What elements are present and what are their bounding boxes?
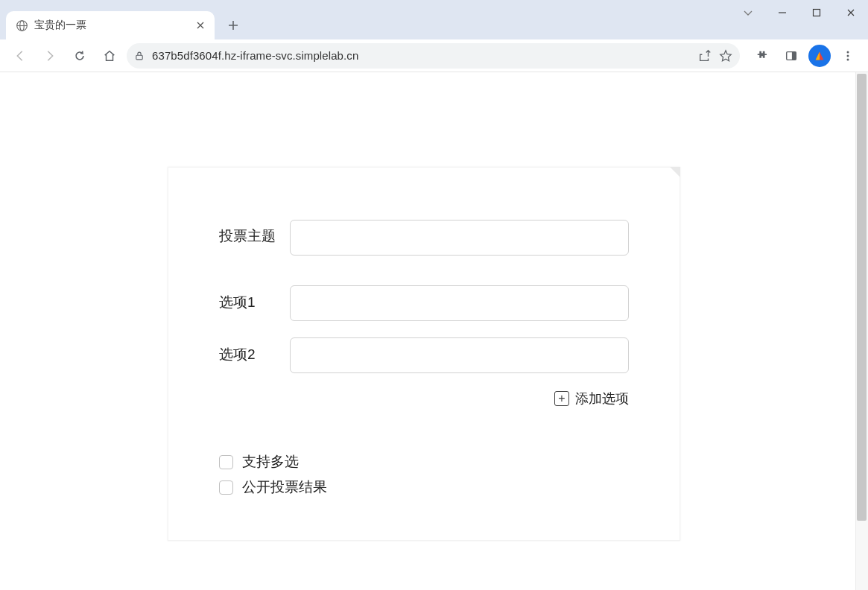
- globe-icon: [15, 19, 28, 32]
- url-text: 637b5df3604f.hz-iframe-svc.simplelab.cn: [152, 49, 691, 62]
- form-row-topic: 投票主题: [219, 220, 629, 256]
- minimize-button[interactable]: [765, 0, 799, 25]
- option1-label: 选项1: [219, 285, 290, 314]
- option2-label: 选项2: [219, 337, 290, 366]
- share-icon[interactable]: [698, 49, 712, 63]
- browser-tab[interactable]: 宝贵的一票: [6, 11, 215, 39]
- extensions-button[interactable]: [749, 43, 774, 69]
- menu-button[interactable]: [835, 43, 861, 69]
- form-row-option2: 选项2: [219, 337, 629, 373]
- reload-button[interactable]: [67, 43, 92, 69]
- star-icon[interactable]: [719, 49, 732, 63]
- option1-input[interactable]: [290, 285, 629, 321]
- public-result-checkbox[interactable]: [219, 480, 233, 495]
- address-bar[interactable]: 637b5df3604f.hz-iframe-svc.simplelab.cn: [127, 43, 740, 69]
- new-tab-button[interactable]: [222, 14, 244, 37]
- home-button[interactable]: [97, 43, 122, 69]
- form-row-option1: 选项1: [219, 285, 629, 321]
- back-button[interactable]: [7, 43, 33, 69]
- svg-rect-7: [792, 51, 796, 60]
- forward-button[interactable]: [37, 43, 63, 69]
- add-option-label: 添加选项: [575, 390, 629, 407]
- window-controls: [731, 0, 868, 25]
- browser-toolbar: 637b5df3604f.hz-iframe-svc.simplelab.cn: [0, 39, 868, 72]
- public-result-label: 公开投票结果: [242, 478, 327, 497]
- multi-select-row[interactable]: 支持多选: [219, 452, 629, 472]
- close-window-button[interactable]: [834, 0, 868, 25]
- svg-point-10: [847, 58, 849, 60]
- option2-input[interactable]: [290, 337, 629, 373]
- lock-icon: [134, 51, 145, 61]
- scrollbar-thumb[interactable]: [857, 74, 867, 521]
- svg-point-8: [847, 51, 849, 53]
- svg-rect-5: [136, 55, 142, 60]
- svg-point-9: [847, 54, 849, 57]
- close-tab-icon[interactable]: [194, 19, 207, 32]
- panel-fold-corner: [670, 167, 680, 177]
- tab-title: 宝贵的一票: [34, 19, 188, 32]
- add-option-button[interactable]: + 添加选项: [219, 390, 629, 407]
- multi-select-label: 支持多选: [242, 452, 299, 472]
- plus-icon: +: [554, 391, 569, 406]
- sidepanel-button[interactable]: [779, 43, 804, 69]
- page-viewport: 投票主题 选项1 选项2 + 添加选项 支持多选 公开投票结果: [0, 72, 868, 590]
- maximize-button[interactable]: [799, 0, 834, 25]
- scrollbar[interactable]: [855, 72, 868, 590]
- chevron-down-icon[interactable]: [731, 0, 765, 25]
- svg-rect-1: [814, 10, 820, 16]
- profile-avatar[interactable]: [808, 45, 831, 67]
- public-result-row[interactable]: 公开投票结果: [219, 478, 629, 497]
- voting-form-panel: 投票主题 选项1 选项2 + 添加选项 支持多选 公开投票结果: [168, 167, 680, 541]
- multi-select-checkbox[interactable]: [219, 455, 233, 469]
- topic-input[interactable]: [290, 220, 629, 256]
- topic-label: 投票主题: [219, 220, 290, 247]
- toolbar-right-actions: [749, 43, 861, 69]
